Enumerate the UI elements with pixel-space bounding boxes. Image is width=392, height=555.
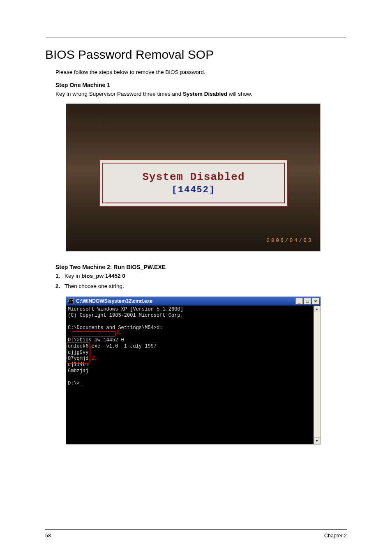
list-item: 2. Then choose one string. (55, 283, 347, 289)
close-button[interactable]: × (312, 298, 319, 304)
scroll-down-icon[interactable]: ▾ (314, 438, 320, 444)
console-title-text: C:\WINDOWS\system32\cmd.exe (76, 298, 295, 304)
list-item: 1. Key in bios_pw 14452 0 (55, 273, 347, 279)
dialog-line-1: System Disabled (142, 171, 244, 183)
list-text-1: Key in bios_pw 14452 0 (65, 273, 347, 279)
li2-pre: Then choose one string. (65, 283, 124, 289)
step-one-heading: Step One Machine 1 (55, 82, 347, 88)
step-two-list: 1. Key in bios_pw 14452 0 2. Then choose… (55, 273, 347, 289)
callout-box-2 (66, 342, 90, 364)
chapter-label: Chapter 2 (324, 533, 347, 539)
con-s4: 6mbzjaj (68, 368, 88, 374)
list-num-2: 2. (55, 283, 65, 289)
console-body[interactable]: Microsoft Windows XP [Version 5.1.2600] … (66, 306, 314, 444)
page-number: 58 (45, 533, 51, 539)
cmd-icon: C:\ (68, 298, 74, 304)
li1-bold: bios_pw 14452 0 (81, 273, 125, 279)
footer: 58 Chapter 2 (45, 533, 347, 539)
con-l1: Microsoft Windows XP [Version 5.1.2600] (68, 306, 183, 312)
callout-box-1 (72, 331, 115, 337)
system-disabled-dialog: System Disabled [14452] (99, 159, 288, 207)
callout-number-2: 2. (92, 354, 96, 362)
list-text-2: Then choose one string. (65, 283, 347, 289)
step-one-desc-bold: System Disabled (183, 91, 227, 97)
dialog-line-2: [14452] (172, 185, 215, 195)
console-titlebar: C:\ C:\WINDOWS\system32\cmd.exe _ □ × (66, 297, 321, 306)
maximize-button[interactable]: □ (304, 298, 311, 304)
figure-system-disabled: System Disabled [14452] 2006/04/03 (66, 104, 321, 251)
con-prompt: D:\>_ (68, 380, 83, 386)
figure-console: C:\ C:\WINDOWS\system32\cmd.exe _ □ × Mi… (66, 297, 321, 444)
scrollbar[interactable]: ▴ ▾ (314, 306, 320, 444)
minimize-button[interactable]: _ (295, 298, 303, 304)
step-one-desc: Key in wrong Supervisor Password three t… (55, 91, 347, 97)
photo-date: 2006/04/03 (267, 238, 313, 244)
callout-number-1: 1. (116, 328, 121, 336)
page-title: BIOS Password Removal SOP (45, 48, 347, 62)
step-one-desc-pre: Key in wrong Supervisor Password three t… (55, 91, 183, 97)
li1-pre: Key in (65, 273, 81, 279)
list-num-1: 1. (55, 273, 65, 279)
scroll-up-icon[interactable]: ▴ (314, 306, 320, 312)
footer-rule (45, 529, 347, 530)
intro-text: Please follow the steps below to remove … (55, 69, 347, 75)
step-one-desc-post: will show. (227, 91, 252, 97)
con-l3: C:\Documents and Settings\M54>d: (68, 325, 162, 331)
step-two-heading: Step Two Machine 2: Run BIOS_PW.EXE (55, 264, 347, 270)
con-l2: (C) Copyright 1985-2001 Microsoft Corp. (68, 313, 183, 318)
top-rule (46, 37, 346, 37)
